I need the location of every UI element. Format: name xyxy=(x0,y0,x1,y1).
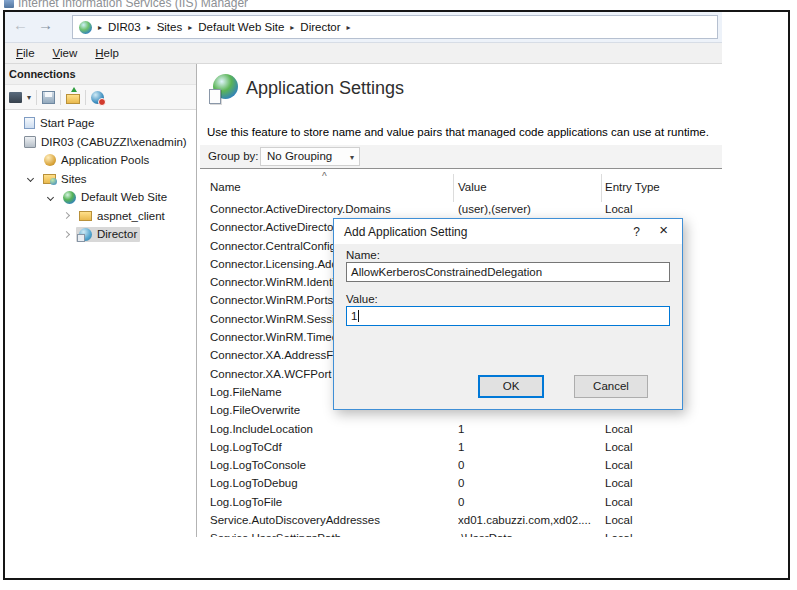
toolbar-dropdown-icon[interactable]: ▾ xyxy=(27,93,31,102)
cell-value: .\UserData xyxy=(458,529,600,537)
crumb-separator-icon: ▸ xyxy=(98,23,102,32)
help-icon[interactable]: ? xyxy=(633,225,640,239)
tree-item-application-pools[interactable]: Application Pools xyxy=(5,151,196,170)
table-row[interactable]: Connector.ActiveDirectory.Domains(user),… xyxy=(200,200,722,218)
column-divider xyxy=(453,174,454,202)
forward-button[interactable]: → xyxy=(38,17,53,32)
cell-name: Log.IncludeLocation xyxy=(210,420,455,438)
name-field-label: Name: xyxy=(346,249,380,261)
value-field-value: 1 xyxy=(351,310,357,322)
table-row[interactable]: Log.IncludeLocation1Local xyxy=(200,420,722,438)
site-globe-icon xyxy=(79,21,92,34)
tree-item-dir03-cabuzzi-xenadmin[interactable]: DIR03 (CABUZZI\xenadmin) xyxy=(5,133,196,152)
site-icon xyxy=(63,191,76,204)
table-row[interactable]: Log.LogToConsole0Local xyxy=(200,456,722,474)
breadcrumb-item-sites[interactable]: Sites xyxy=(157,21,183,33)
expander-collapsed-icon[interactable] xyxy=(63,212,70,219)
connections-header: Connections xyxy=(5,64,196,84)
application-icon xyxy=(79,228,92,241)
feature-description: Use this feature to store name and value… xyxy=(207,126,709,138)
cell-entry_type: Local xyxy=(605,456,717,474)
table-row[interactable]: Service.AutoDiscoveryAddressesxd01.cabuz… xyxy=(200,511,722,529)
connections-panel: Connections ▾ Start PageDIR03 (CABUZZI\x… xyxy=(5,64,197,537)
disconnect-icon[interactable] xyxy=(91,91,104,104)
crumb-separator-icon: ▸ xyxy=(347,23,351,32)
group-by-label: Group by: xyxy=(208,150,259,162)
column-header-value[interactable]: Value xyxy=(458,181,487,193)
tree-item-label: Sites xyxy=(61,173,87,185)
group-by-bar: Group by: No Grouping ▾ xyxy=(200,145,722,169)
page-title: Application Settings xyxy=(246,78,404,99)
toolbar-divider xyxy=(85,90,86,105)
iis-app-icon xyxy=(4,0,14,8)
tree-item-label: Application Pools xyxy=(61,154,149,166)
column-header-name[interactable]: Name xyxy=(210,181,241,193)
value-field[interactable]: 1 xyxy=(346,306,670,326)
navigation-bar: ← → ▸DIR03▸Sites▸Default Web Site▸Direct… xyxy=(5,12,722,43)
dialog-titlebar: Add Application Setting ? × xyxy=(334,219,682,244)
menu-item-view[interactable]: View xyxy=(44,45,87,61)
tree-item-label: aspnet_client xyxy=(97,210,165,222)
name-field-value: AllowKerberosConstrainedDelegation xyxy=(351,266,542,278)
tree-item-default-web-site[interactable]: Default Web Site xyxy=(5,188,196,207)
cell-name: Service.AutoDiscoveryAddresses xyxy=(210,511,455,529)
ok-button[interactable]: OK xyxy=(478,375,544,398)
window-title-strip: Internet Information Services (IIS) Mana… xyxy=(4,0,248,10)
cell-name: Log.LogToFile xyxy=(210,493,455,511)
tree-item-label: DIR03 (CABUZZI\xenadmin) xyxy=(41,136,187,148)
breadcrumb[interactable]: ▸DIR03▸Sites▸Default Web Site▸Director▸ xyxy=(72,15,718,39)
crumb-separator-icon: ▸ xyxy=(147,23,151,32)
cell-name: Log.LogToConsole xyxy=(210,456,455,474)
app-pools-icon xyxy=(44,154,56,166)
cancel-button[interactable]: Cancel xyxy=(574,375,648,398)
cell-value: 1 xyxy=(458,420,600,438)
tree-item-label: Start Page xyxy=(40,117,94,129)
cell-entry_type: Local xyxy=(605,438,717,456)
connections-toolbar: ▾ xyxy=(5,84,196,110)
expander-expanded-icon[interactable] xyxy=(47,194,54,201)
expander-expanded-icon[interactable] xyxy=(27,175,34,182)
value-field-label: Value: xyxy=(346,293,378,305)
back-button[interactable]: ← xyxy=(13,17,28,32)
tree-item-label: Default Web Site xyxy=(81,191,167,203)
tree-item-director[interactable]: Director xyxy=(5,225,196,244)
cell-name: Log.LogToCdf xyxy=(210,438,455,456)
cell-entry_type: Local xyxy=(605,200,717,218)
menu-item-file[interactable]: File xyxy=(7,45,44,61)
crumb-separator-icon: ▸ xyxy=(290,23,294,32)
toolbar-divider xyxy=(60,90,61,105)
cell-entry_type: Local xyxy=(605,493,717,511)
create-connection-icon[interactable] xyxy=(9,92,22,103)
cell-value: 0 xyxy=(458,493,600,511)
column-header-entry-type[interactable]: Entry Type xyxy=(605,181,660,193)
folder-icon xyxy=(79,211,92,221)
connections-tree: Start PageDIR03 (CABUZZI\xenadmin)Applic… xyxy=(5,114,196,244)
table-row[interactable]: Log.LogToFile0Local xyxy=(200,493,722,511)
cell-name: Service.UserSettingsPath xyxy=(210,529,455,537)
cell-entry_type: Local xyxy=(605,420,717,438)
group-by-dropdown[interactable]: No Grouping ▾ xyxy=(260,147,360,166)
name-field[interactable]: AllowKerberosConstrainedDelegation xyxy=(346,262,670,282)
save-connections-icon[interactable] xyxy=(42,91,55,104)
column-divider xyxy=(601,174,602,202)
breadcrumb-item-director[interactable]: Director xyxy=(300,21,340,33)
up-folder-icon[interactable] xyxy=(66,94,80,104)
table-row[interactable]: Log.LogToCdf1Local xyxy=(200,438,722,456)
cell-value: xd01.cabuzzi.com,xd02.... xyxy=(458,511,600,529)
table-row[interactable]: Service.UserSettingsPath.\UserDataLocal xyxy=(200,529,722,537)
menu-item-help[interactable]: Help xyxy=(86,45,128,61)
cell-entry_type: Local xyxy=(605,511,717,529)
tree-item-aspnet-client[interactable]: aspnet_client xyxy=(5,207,196,226)
breadcrumb-item-default-web-site[interactable]: Default Web Site xyxy=(198,21,284,33)
tree-item-sites[interactable]: Sites xyxy=(5,170,196,189)
cell-value: (user),(server) xyxy=(458,200,600,218)
close-icon[interactable]: × xyxy=(659,222,668,237)
tree-item-start-page[interactable]: Start Page xyxy=(5,114,196,133)
window-title: Internet Information Services (IIS) Mana… xyxy=(18,0,248,10)
expander-collapsed-icon[interactable] xyxy=(63,231,70,238)
breadcrumb-item-dir03[interactable]: DIR03 xyxy=(108,21,141,33)
crumb-separator-icon: ▸ xyxy=(188,23,192,32)
cell-entry_type: Local xyxy=(605,474,717,492)
cell-value: 0 xyxy=(458,456,600,474)
table-row[interactable]: Log.LogToDebug0Local xyxy=(200,474,722,492)
